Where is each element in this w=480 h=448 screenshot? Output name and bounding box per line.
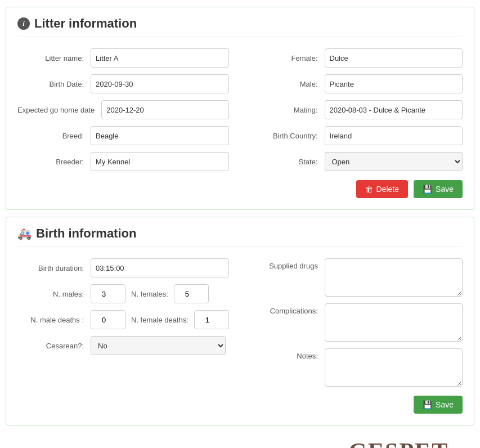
female-label: Female:: [252, 54, 325, 62]
save-label-birth: Save: [436, 400, 454, 409]
birth-right-col: Supplied drugs Complications: Notes:: [252, 258, 463, 387]
mating-label: Mating:: [252, 106, 325, 114]
n-females-input[interactable]: [174, 284, 209, 303]
litter-right-col: Female: Male: Mating: Birth Country: Sta…: [252, 48, 463, 171]
n-males-row: N. males: N. females:: [17, 284, 229, 303]
litter-name-row: Litter name:: [17, 48, 229, 68]
n-males-females-group: N. females:: [91, 284, 229, 303]
save-button-litter[interactable]: 💾 Save: [414, 180, 463, 198]
n-males-label: N. males:: [17, 290, 91, 298]
birth-country-row: Birth Country:: [252, 126, 463, 145]
supplied-drugs-label: Supplied drugs: [252, 258, 325, 270]
notes-input[interactable]: [325, 348, 463, 387]
birth-buttons-row: 💾 Save: [17, 396, 463, 414]
state-row: State: Open Closed Archived: [252, 152, 463, 171]
birth-date-input[interactable]: [91, 74, 229, 93]
breed-input[interactable]: [91, 126, 229, 145]
birth-section: 🚑 Birth information Birth duration: N. m…: [6, 217, 474, 425]
litter-name-label: Litter name:: [17, 54, 91, 62]
cesarean-row: Cesarean?: No Yes: [17, 336, 229, 355]
birth-left-col: Birth duration: N. males: N. females: N.…: [17, 258, 229, 387]
cesarean-select[interactable]: No Yes: [91, 336, 226, 355]
litter-left-col: Litter name: Birth Date: Expected go hom…: [17, 48, 229, 171]
trash-icon: 🗑: [365, 185, 373, 194]
n-female-deaths-input[interactable]: [194, 310, 229, 329]
birth-duration-label: Birth duration:: [17, 264, 91, 272]
notes-label: Notes:: [252, 348, 325, 360]
n-male-deaths-row: N. male deaths : N. female deaths:: [17, 310, 229, 329]
supplied-drugs-input[interactable]: [325, 258, 463, 297]
supplied-drugs-row: Supplied drugs: [252, 258, 463, 297]
male-row: Male:: [252, 74, 463, 93]
complications-row: Complications:: [252, 303, 463, 342]
save-icon-litter: 💾: [423, 185, 432, 194]
litter-section-title: Litter information: [34, 16, 137, 31]
state-select[interactable]: Open Closed Archived: [325, 152, 463, 171]
n-male-deaths-input[interactable]: [91, 310, 125, 329]
litter-buttons-row: 🗑 Delete 💾 Save: [17, 180, 463, 198]
mating-row: Mating:: [252, 100, 463, 119]
complications-input[interactable]: [325, 303, 463, 342]
birth-country-input[interactable]: [325, 126, 463, 145]
n-females-label: N. females:: [131, 290, 168, 298]
breed-row: Breed:: [17, 126, 229, 145]
litter-section-header: i Litter information: [17, 16, 463, 37]
female-input[interactable]: [325, 48, 463, 68]
notes-row: Notes:: [252, 348, 463, 387]
save-icon-birth: 💾: [423, 400, 432, 409]
birth-date-row: Birth Date:: [17, 74, 229, 93]
litter-name-input[interactable]: [91, 48, 229, 68]
birth-country-label: Birth Country:: [252, 132, 325, 140]
n-males-input[interactable]: [91, 284, 125, 303]
male-label: Male:: [252, 80, 325, 88]
save-button-birth[interactable]: 💾 Save: [414, 396, 463, 414]
delete-button[interactable]: 🗑 Delete: [356, 180, 408, 198]
n-male-deaths-label: N. male deaths :: [17, 316, 91, 324]
state-label: State:: [252, 158, 325, 166]
female-row: Female:: [252, 48, 463, 68]
breeder-input[interactable]: [91, 152, 229, 171]
birth-section-header: 🚑 Birth information: [17, 226, 463, 247]
logo-area: GESPET PROFESSIONAL PET SOFTWARE: [0, 432, 480, 448]
logo-main-text: GESPET: [329, 438, 469, 448]
birth-duration-row: Birth duration:: [17, 258, 229, 277]
logo: GESPET PROFESSIONAL PET SOFTWARE: [329, 438, 469, 448]
cesarean-label: Cesarean?:: [17, 342, 91, 350]
go-home-row: Expected go home date: [17, 100, 229, 119]
male-input[interactable]: [325, 74, 463, 93]
breeder-row: Breeder:: [17, 152, 229, 171]
n-female-deaths-label: N. female deaths:: [131, 316, 189, 324]
birth-date-label: Birth Date:: [17, 80, 91, 88]
save-label-litter: Save: [436, 185, 454, 194]
truck-icon: 🚑: [17, 227, 32, 240]
mating-input[interactable]: [325, 100, 463, 119]
go-home-label: Expected go home date: [17, 106, 101, 114]
breeder-label: Breeder:: [17, 158, 91, 166]
complications-label: Complications:: [252, 303, 325, 315]
litter-section: i Litter information Litter name: Birth …: [6, 7, 474, 210]
birth-section-title: Birth information: [36, 226, 136, 241]
info-icon: i: [17, 17, 30, 30]
go-home-input[interactable]: [101, 100, 228, 119]
breed-label: Breed:: [17, 132, 91, 140]
delete-label: Delete: [376, 185, 399, 194]
deaths-group: N. female deaths:: [91, 310, 229, 329]
birth-duration-input[interactable]: [91, 258, 229, 277]
